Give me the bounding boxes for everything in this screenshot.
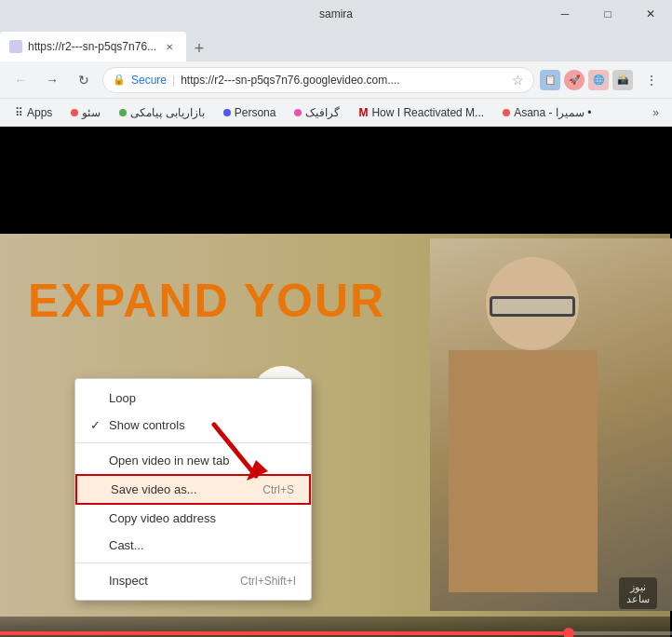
save-video-label: Save video as... [111,482,197,496]
bookmark-reactivated[interactable]: M How I Reactivated M... [351,103,491,122]
tabbar: https://r2---sn-p5qs7n76... ✕ + [0,28,672,61]
tab-favicon [9,40,22,53]
bookmark-label-6: Asana - سمیرا • [514,106,591,119]
tab-close-button[interactable]: ✕ [162,39,177,54]
bookmark-persona[interactable]: Persona [216,103,284,122]
svg-line-0 [214,425,256,476]
url-bar[interactable]: 🔒 Secure | https://r2---sn-p5qs7n76.goog… [102,67,534,93]
loop-label: Loop [109,391,136,405]
copy-address-label: Copy video address [109,511,216,525]
menu-item-cast[interactable]: Cast... [75,532,311,559]
chrome-menu-button[interactable]: ⋮ [638,67,665,93]
bookmark-asana[interactable]: Asana - سمیرا • [495,103,598,122]
show-controls-label: Show controls [109,418,185,432]
cast-label: Cast... [109,538,144,552]
menu-item-copy-address[interactable]: Copy video address [75,505,311,532]
addressbar: ← → ↻ 🔒 Secure | https://r2---sn-p5qs7n7… [0,61,672,99]
watermark-text: نیوز ساعد [619,577,657,609]
bookmark-sms[interactable]: بازاریابی پیامکی [112,103,211,122]
titlebar: samira ─ □ ✕ [0,0,672,28]
video-container: EXPAND YOUR ▶ Loop ✓ Show controls Open … [0,127,672,637]
back-button[interactable]: ← [7,67,34,93]
url-text: https://r2---sn-p5qs7n76.googlevideo.com… [181,74,399,87]
bookmark-label-4: گرافیک [305,106,340,119]
video-top-black [0,127,672,234]
video-controls: 2:25 / 2:43 [0,617,672,637]
maximize-button[interactable]: □ [586,0,629,28]
bookmark-seo[interactable]: سئو [63,103,108,122]
person-body [449,350,598,592]
tab-title: https://r2---sn-p5qs7n76... [28,40,156,53]
bookmark-star-icon[interactable]: ☆ [512,73,524,88]
menu-divider-2 [75,562,311,563]
watermark-line1: نیوز [626,581,650,593]
active-tab[interactable]: https://r2---sn-p5qs7n76... ✕ [0,32,186,61]
bookmarks-more-button[interactable]: » [647,104,665,121]
person-glasses [490,296,575,317]
forward-button[interactable]: → [39,67,65,93]
ext-icon-1[interactable]: 📋 [540,70,560,90]
menu-item-loop[interactable]: Loop [75,385,311,412]
bookmark-dot-3 [223,109,231,116]
arrow-annotation [205,415,279,494]
titlebar-controls: ─ □ ✕ [544,0,672,28]
watermark: نیوز ساعد [619,577,657,609]
bookmark-dot-2 [119,109,127,116]
bookmark-dot-5 [503,109,510,116]
lock-icon: 🔒 [113,74,126,86]
bookmark-label-2: بازاریابی پیامکی [130,106,204,119]
show-controls-check: ✓ [90,418,105,432]
menu-item-inspect[interactable]: Inspect Ctrl+Shift+I [75,567,311,594]
progress-thumb [563,628,574,637]
watermark-line2: ساعد [626,593,650,605]
person-silhouette [430,238,672,611]
extension-icons: 📋 🚀 🌐 📸 [540,70,633,90]
arrow-svg [205,415,279,490]
ext-icon-2[interactable]: 🚀 [564,70,585,90]
close-button[interactable]: ✕ [629,0,672,28]
ext-icon-3[interactable]: 🌐 [588,70,609,90]
bookmark-dot-4 [294,109,302,116]
progress-bar[interactable] [0,631,672,635]
bookmark-graphic[interactable]: گرافیک [287,103,347,122]
bookmark-m-icon: M [358,106,368,119]
secure-label: Secure [131,74,167,87]
reload-button[interactable]: ↻ [71,67,97,93]
new-tab-button[interactable]: + [186,35,212,61]
inspect-shortcut: Ctrl+Shift+I [240,575,296,588]
progress-fill [0,631,571,635]
bookmark-label-3: Persona [235,106,276,119]
apps-grid-icon: ⠿ [15,106,23,119]
bookmark-label-1: سئو [82,106,101,119]
bookmarks-bar: ⠿ Apps سئو بازاریابی پیامکی Persona گراف… [0,99,672,127]
ext-icon-4[interactable]: 📸 [612,70,633,90]
url-separator: | [172,74,175,87]
apps-label: Apps [27,106,52,119]
minimize-button[interactable]: ─ [544,0,586,28]
apps-bookmark[interactable]: ⠿ Apps [7,103,60,122]
inspect-label: Inspect [109,574,148,588]
bookmark-dot-1 [71,109,78,116]
bookmark-label-5: How I Reactivated M... [371,106,484,119]
video-expand-text: EXPAND YOUR [28,276,385,327]
titlebar-title: samira [319,7,353,20]
